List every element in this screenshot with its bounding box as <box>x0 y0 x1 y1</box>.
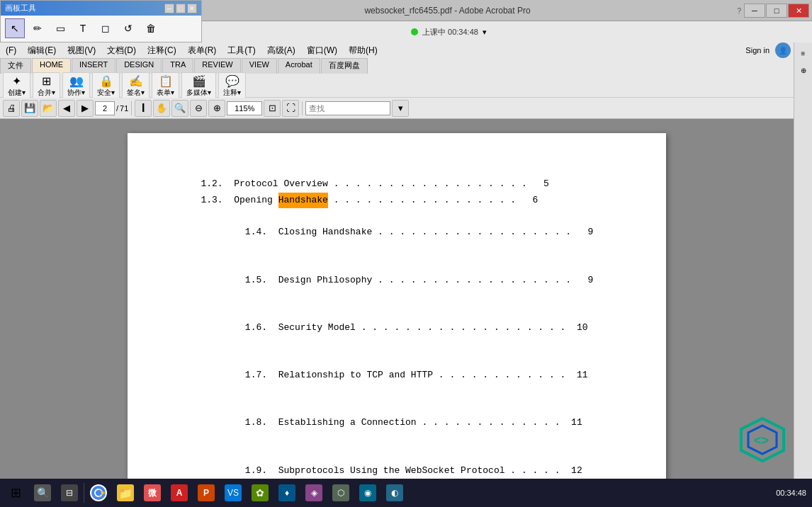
drawing-tools: ↖ ✏ ▭ T ◻ ↺ 🗑 <box>1 16 201 41</box>
menu-tools[interactable]: 工具(T) <box>222 43 261 58</box>
full-screen-btn[interactable]: ⛶ <box>282 100 299 117</box>
fit-page-btn[interactable]: ⊡ <box>264 100 281 117</box>
taskview-btn[interactable]: ⊟ <box>57 481 82 505</box>
hand-tool-btn[interactable]: ✋ <box>153 100 170 117</box>
menu-edit[interactable]: 编辑(E) <box>22 43 62 58</box>
create-icon: ✦ <box>12 74 21 88</box>
undo-tool[interactable]: ↺ <box>118 18 138 38</box>
collaborate-label: 协作▾ <box>67 88 85 98</box>
minimize-btn[interactable]: ─ <box>744 4 765 18</box>
menu-file[interactable]: (F) <box>0 44 22 57</box>
print-btn[interactable]: 🖨 <box>3 100 20 117</box>
sign-btn[interactable]: ✍ 签名▾ <box>122 72 150 100</box>
zoom-in-btn[interactable]: ⊕ <box>208 100 225 117</box>
merge-btn[interactable]: ⊞ 合并▾ <box>33 72 60 100</box>
maximize-btn[interactable]: □ <box>766 4 787 18</box>
open-btn[interactable]: 📂 <box>40 100 57 117</box>
zoom-input[interactable] <box>227 101 262 115</box>
help-btn[interactable]: ? <box>737 7 741 15</box>
taskbar-vscode[interactable]: VS <box>220 481 246 505</box>
dt-maximize[interactable]: □ <box>176 4 186 13</box>
rp-btn-1[interactable]: ≡ <box>796 45 811 61</box>
ribbon-tab-file[interactable]: 文件 <box>0 58 31 74</box>
text-tool[interactable]: T <box>73 18 93 38</box>
menu-comment[interactable]: 注释(C) <box>142 43 182 58</box>
zoom-out-btn[interactable]: ⊖ <box>190 100 207 117</box>
current-page-input[interactable] <box>95 101 115 115</box>
app6-icon: ◉ <box>359 484 376 501</box>
create-btn[interactable]: ✦ 创建▾ <box>3 72 30 100</box>
drawing-toolbar-ctrl[interactable]: ─ □ ✕ <box>164 4 197 13</box>
taskbar-acrobat[interactable]: A <box>167 481 192 505</box>
form-label: 表单▾ <box>157 88 174 98</box>
user-avatar[interactable]: 👤 <box>775 42 791 58</box>
taskbar-app2[interactable]: ✿ <box>247 481 273 505</box>
security-btn[interactable]: 🔒 安全▾ <box>92 72 120 100</box>
toc-line-1.7: 1.7. Relationship to TCP and HTTP . . . … <box>184 352 609 399</box>
eraser-tool[interactable]: ◻ <box>96 18 115 38</box>
search-taskbar[interactable]: 🔍 <box>30 481 55 505</box>
form-icon: 📋 <box>159 74 173 88</box>
find-input[interactable] <box>305 101 390 115</box>
toc-text-1.5: 1.5. Design Philosophy . . . . . . . . .… <box>228 275 593 285</box>
taskbar-ppt[interactable]: P <box>193 481 219 505</box>
rp-btn-2[interactable]: ⊕ <box>796 62 811 78</box>
ribbon-tab-tra[interactable]: TRA <box>162 58 193 74</box>
sign-in-btn[interactable]: Sign in <box>740 45 775 56</box>
taskbar-app6[interactable]: ◉ <box>355 481 380 505</box>
brand-logo: <> <box>734 415 791 465</box>
find-arrow-btn[interactable]: ▾ <box>392 100 409 117</box>
dt-minimize[interactable]: ─ <box>164 4 174 13</box>
collaborate-btn[interactable]: 👥 协作▾ <box>62 72 90 100</box>
zoom-btn[interactable]: 🔍 <box>171 100 188 117</box>
dt-close[interactable]: ✕ <box>187 4 197 13</box>
taskbar-app3[interactable]: ♦ <box>274 481 300 505</box>
toc-indent-1.3: 1.3. Opening <box>184 193 278 208</box>
windows-icon: ⊞ <box>11 485 21 501</box>
ribbon-tabs: 文件 HOME INSERT DESIGN TRA REVIEW VIEW Ac… <box>0 58 794 74</box>
rect-tool[interactable]: ▭ <box>50 18 70 38</box>
menu-window[interactable]: 窗口(W) <box>301 43 343 58</box>
ribbon-tab-design[interactable]: DESIGN <box>116 58 162 74</box>
taskbar-app7[interactable]: ◐ <box>382 481 407 505</box>
delete-tool[interactable]: 🗑 <box>141 18 161 38</box>
media-btn[interactable]: 🎬 多媒体▾ <box>181 72 216 100</box>
chevron-down-icon[interactable]: ▾ <box>483 28 487 37</box>
menu-form[interactable]: 表单(R) <box>182 43 222 58</box>
start-button[interactable]: ⊞ <box>3 480 28 506</box>
menu-help[interactable]: 帮助(H) <box>343 43 383 58</box>
text-select-btn[interactable]: I <box>135 100 152 117</box>
taskbar-chrome[interactable] <box>86 481 111 505</box>
taskbar-app5[interactable]: ⬡ <box>328 481 354 505</box>
ribbon-tab-review[interactable]: REVIEW <box>194 58 240 74</box>
session-status: 上课中 00:34:48 <box>422 27 478 38</box>
toc-text-1.6: 1.6. Security Model . . . . . . . . . . … <box>228 322 587 333</box>
select-tool[interactable]: ↖ <box>5 18 25 38</box>
ribbon-tab-baidu[interactable]: 百度网盘 <box>321 58 368 74</box>
ribbon-tab-insert[interactable]: INSERT <box>72 58 115 74</box>
ribbon-tab-home[interactable]: HOME <box>32 58 71 74</box>
clock-time: 00:34:48 <box>776 489 806 497</box>
taskbar-app1[interactable]: 微 <box>140 481 165 505</box>
next-page-btn[interactable]: ▶ <box>77 100 94 117</box>
drawing-toolbar: 画板工具 ─ □ ✕ ↖ ✏ ▭ T ◻ ↺ 🗑 <box>0 0 202 42</box>
pdf-area[interactable]: 1.2. Protocol Overview . . . . . . . . .… <box>0 119 794 507</box>
taskbar-app4[interactable]: ◈ <box>301 481 327 505</box>
menu-advanced[interactable]: 高级(A) <box>261 43 301 58</box>
svg-point-5 <box>96 490 101 496</box>
form-btn[interactable]: 📋 表单▾ <box>152 72 179 100</box>
toc-text-1.9: 1.9. Subprotocols Using the WebSocket Pr… <box>228 465 582 476</box>
window-ctrl-btns[interactable]: ─ □ ✕ <box>744 4 809 18</box>
acrobat-icon: A <box>171 484 188 501</box>
taskbar-explorer[interactable]: 📁 <box>113 481 138 505</box>
pencil-tool[interactable]: ✏ <box>28 18 47 38</box>
ribbon-tab-view[interactable]: VIEW <box>242 58 277 74</box>
menu-view[interactable]: 视图(V) <box>62 43 101 58</box>
save-doc-btn[interactable]: 💾 <box>21 100 38 117</box>
ribbon-tab-acrobat[interactable]: Acrobat <box>278 58 320 74</box>
separator-2 <box>302 101 303 115</box>
menu-doc[interactable]: 文档(D) <box>101 43 142 58</box>
prev-page-btn[interactable]: ◀ <box>58 100 75 117</box>
comment-btn[interactable]: 💬 注释▾ <box>218 72 246 100</box>
close-btn[interactable]: ✕ <box>788 4 809 18</box>
